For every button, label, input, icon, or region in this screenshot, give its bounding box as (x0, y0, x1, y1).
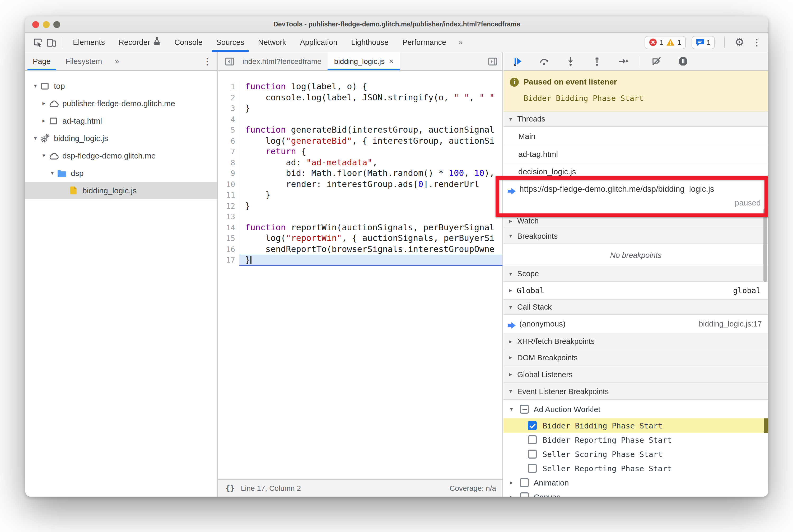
minimize-window-button[interactable] (43, 21, 50, 28)
code-line-text[interactable]: } (239, 201, 503, 211)
tree-item[interactable]: ▾dsp-fledge-demo.glitch.me (25, 147, 217, 164)
close-icon[interactable]: × (389, 52, 394, 70)
line-number[interactable]: 13 (218, 211, 239, 222)
line-number[interactable]: 9 (218, 168, 239, 179)
checkbox-unchecked[interactable] (528, 435, 537, 444)
event-category-row[interactable]: ▸Animation (504, 475, 768, 490)
code-line-text[interactable]: console.log(label, JSON.stringify(o, " "… (239, 92, 503, 103)
code-line-text[interactable]: return { (239, 146, 503, 157)
editor-tab[interactable]: index.html?fencedframe (236, 52, 328, 70)
event-breakpoint-row[interactable]: Bidder Bidding Phase Start (504, 418, 768, 433)
event-breakpoint-row[interactable]: Seller Scoring Phase Start (504, 447, 768, 461)
tab-sources[interactable]: Sources (209, 33, 251, 52)
pause-on-exceptions-icon[interactable] (676, 54, 690, 68)
line-number[interactable]: 4 (218, 114, 239, 125)
section-xhr-breakpoints[interactable]: ▸ XHR/fetch Breakpoints (504, 334, 768, 349)
code-line[interactable]: 16 sendReportTo(browserSignals.interestG… (218, 244, 503, 255)
open-quick-source-icon[interactable] (486, 54, 499, 68)
code-line[interactable]: 7 return { (218, 146, 503, 157)
code-line-text[interactable]: bid: Math.floor(Math.random() * 100, 10)… (239, 168, 503, 179)
code-line[interactable]: 9 bid: Math.floor(Math.random() * 100, 1… (218, 168, 503, 179)
code-line[interactable]: 17} (218, 255, 503, 265)
tree-item[interactable]: ▾top (25, 77, 217, 95)
tree-expander-icon[interactable]: ▾ (32, 135, 39, 141)
scrollbar-thumb[interactable] (763, 208, 767, 282)
checkbox-unchecked[interactable] (520, 492, 529, 497)
line-number[interactable]: 10 (218, 179, 239, 190)
more-navigator-tabs-button[interactable]: » (109, 52, 125, 71)
tree-item[interactable]: ▾bidding_logic.js (25, 129, 217, 147)
step-over-icon[interactable] (537, 54, 551, 68)
code-line[interactable]: 2 console.log(label, JSON.stringify(o, "… (218, 92, 503, 103)
step-icon[interactable] (617, 54, 630, 68)
section-threads[interactable]: ▾ Threads (504, 111, 768, 127)
code-line[interactable]: 4 (218, 114, 503, 125)
line-number[interactable]: 17 (218, 255, 239, 265)
line-number[interactable]: 11 (218, 190, 239, 201)
more-panels-button[interactable]: » (453, 33, 468, 52)
call-stack-frame[interactable]: (anonymous)bidding_logic.js:17 (504, 315, 768, 334)
line-number[interactable]: 7 (218, 146, 239, 157)
line-number[interactable]: 5 (218, 125, 239, 135)
tree-item[interactable]: bidding_logic.js (25, 182, 217, 199)
editor-tab[interactable]: bidding_logic.js× (328, 52, 400, 70)
code-line-text[interactable]: log("generateBid", { interestGroup, auct… (239, 135, 503, 146)
tab-lighthouse[interactable]: Lighthouse (344, 33, 395, 52)
code-line-text[interactable]: log("reportWin", { auctionSignals, perBu… (239, 233, 503, 244)
code-line-text[interactable] (239, 211, 503, 222)
resume-script-icon[interactable] (511, 54, 525, 68)
code-line-text[interactable]: ad: "ad-metadata", (239, 157, 503, 168)
tree-item[interactable]: ▸ad-tag.html (25, 112, 217, 129)
pretty-print-button[interactable]: {} (226, 484, 234, 492)
tab-elements[interactable]: Elements (66, 33, 112, 52)
event-category-row[interactable]: ▾Ad Auction Worklet (504, 400, 768, 418)
code-editor[interactable]: 1function log(label, o) {2 console.log(l… (218, 71, 503, 479)
thread-row[interactable]: Main (504, 127, 768, 145)
tab-application[interactable]: Application (293, 33, 344, 52)
code-line-text[interactable]: function generateBid(interestGroup, auct… (239, 125, 503, 135)
code-line-text[interactable]: } (239, 190, 503, 201)
code-line[interactable]: 15 log("reportWin", { auctionSignals, pe… (218, 233, 503, 244)
event-breakpoint-row[interactable]: Bidder Reporting Phase Start (504, 433, 768, 447)
event-category-row[interactable]: ▸Canvas (504, 490, 768, 497)
code-line[interactable]: 3} (218, 103, 503, 114)
section-breakpoints[interactable]: ▾ Breakpoints (504, 228, 768, 244)
line-number[interactable]: 6 (218, 135, 239, 146)
section-dom-breakpoints[interactable]: ▸ DOM Breakpoints (504, 349, 768, 366)
checkbox-unchecked[interactable] (528, 450, 537, 459)
event-breakpoint-row[interactable]: Seller Reporting Phase Start (504, 461, 768, 475)
code-line-text[interactable] (239, 114, 503, 125)
code-line[interactable]: 10 render: interestGroup.ads[0].renderUr… (218, 179, 503, 190)
tree-item[interactable]: ▾dsp (25, 164, 217, 182)
code-line-text[interactable]: sendReportTo(browserSignals.interestGrou… (239, 244, 503, 255)
code-line[interactable]: 14function reportWin(auctionSignals, per… (218, 222, 503, 233)
zoom-window-button[interactable] (53, 21, 60, 28)
tree-expander-icon[interactable]: ▸ (40, 117, 48, 124)
settings-gear-icon[interactable] (734, 35, 744, 49)
tree-expander-icon[interactable]: ▸ (40, 100, 48, 107)
errors-warnings-badge[interactable]: 1 1 (644, 36, 685, 49)
tree-expander-icon[interactable]: ▾ (49, 170, 56, 176)
line-number[interactable]: 12 (218, 201, 239, 211)
code-line[interactable]: 5function generateBid(interestGroup, auc… (218, 125, 503, 135)
step-into-icon[interactable] (564, 54, 578, 68)
scope-row[interactable]: ▸Globalglobal (504, 282, 768, 300)
deactivate-breakpoints-icon[interactable] (650, 54, 664, 68)
code-line-text[interactable]: } (239, 103, 503, 114)
hide-navigator-icon[interactable] (222, 54, 236, 68)
close-window-button[interactable] (32, 21, 39, 28)
tree-item[interactable]: ▸publisher-fledge-demo.glitch.me (25, 95, 217, 112)
tree-expander-icon[interactable]: ▾ (40, 152, 48, 159)
checkbox-unchecked[interactable] (528, 464, 537, 473)
main-menu-kebab-icon[interactable] (750, 37, 763, 48)
line-number[interactable]: 2 (218, 92, 239, 103)
tab-performance[interactable]: Performance (395, 33, 453, 52)
code-line-text[interactable]: function reportWin(auctionSignals, perBu… (239, 222, 503, 233)
code-line[interactable]: 13 (218, 211, 503, 222)
line-number[interactable]: 1 (218, 81, 239, 92)
line-number[interactable]: 3 (218, 103, 239, 114)
step-out-icon[interactable] (590, 54, 604, 68)
line-number[interactable]: 8 (218, 157, 239, 168)
line-number[interactable]: 15 (218, 233, 239, 244)
section-call-stack[interactable]: ▾ Call Stack (504, 299, 768, 315)
